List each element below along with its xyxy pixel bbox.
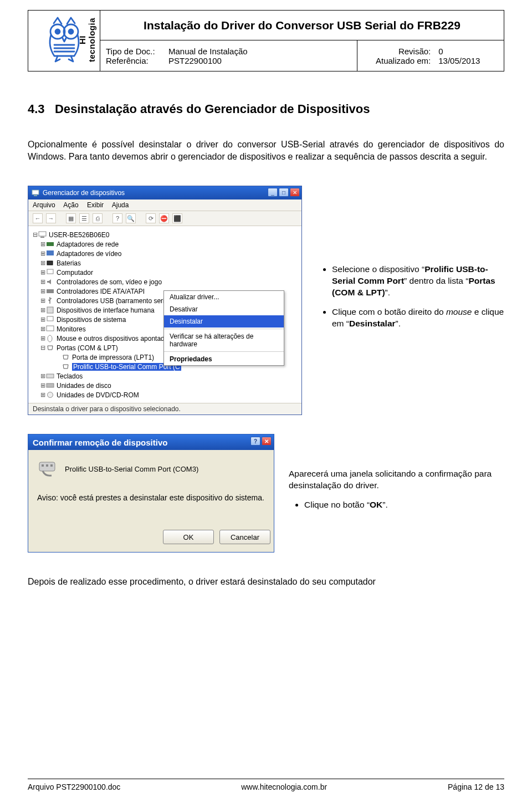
logo-cell: HI tecnologia bbox=[28, 11, 100, 71]
svg-rect-5 bbox=[34, 195, 37, 196]
context-properties[interactable]: Propriedades bbox=[164, 353, 284, 365]
cd-device-row: Prolific USB-to-Serial Comm Port (COM3) bbox=[37, 459, 265, 479]
confirm-dialog: Confirmar remoção de dispositivo ? ✕ Pro… bbox=[28, 434, 274, 553]
optical-icon bbox=[46, 391, 54, 399]
tree-root[interactable]: ⊟USER-BE526B06E0 bbox=[32, 230, 301, 239]
svg-rect-11 bbox=[47, 269, 53, 274]
monitor-icon bbox=[46, 325, 54, 333]
minimize-button[interactable]: _ bbox=[268, 188, 278, 197]
svg-rect-15 bbox=[47, 326, 54, 331]
dm-title-text: Gerenciador de dispositivos bbox=[43, 189, 125, 197]
help-button[interactable]: ? bbox=[250, 437, 260, 446]
svg-rect-23 bbox=[50, 464, 53, 467]
toolbar-fwd-icon[interactable]: → bbox=[46, 213, 56, 223]
section-heading: 4.3 Desinstalação através do Gerenciador… bbox=[28, 102, 504, 116]
svg-rect-4 bbox=[32, 190, 39, 195]
tree-item[interactable]: ⊞Computador bbox=[32, 268, 301, 277]
ide-icon bbox=[46, 287, 54, 295]
keyboard-icon bbox=[46, 372, 54, 380]
system-icon bbox=[46, 315, 54, 324]
port-icon bbox=[62, 353, 70, 361]
context-update-driver[interactable]: Atualizar driver... bbox=[164, 291, 284, 303]
sound-icon bbox=[46, 278, 54, 286]
display-icon bbox=[46, 249, 54, 258]
context-scan-hardware[interactable]: Verificar se há alterações de hardware bbox=[164, 330, 284, 350]
meta-right: Revisão:0 Atualizado em:13/05/2013 bbox=[357, 40, 504, 71]
cancel-button[interactable]: Cancelar bbox=[219, 530, 270, 544]
svg-rect-22 bbox=[46, 464, 48, 467]
svg-point-2 bbox=[55, 29, 60, 34]
ok-button[interactable]: OK bbox=[163, 530, 214, 544]
footer-center: www.hitecnologia.com.br bbox=[241, 782, 327, 791]
cd-device-name: Prolific USB-to-Serial Comm Port (COM3) bbox=[65, 465, 198, 473]
menu-arquivo[interactable]: Arquivo bbox=[33, 201, 55, 209]
svg-rect-12 bbox=[47, 289, 54, 293]
svg-point-19 bbox=[48, 392, 53, 398]
dm-app-icon bbox=[32, 189, 39, 197]
maximize-button[interactable]: □ bbox=[279, 188, 289, 197]
tree-item[interactable]: ⊞Unidades de DVD/CD-ROM bbox=[32, 390, 301, 400]
dm-toolbar: ← → ▦ ☰ ⎙ ? 🔍 ⟳ ⛔ ⬛ bbox=[28, 211, 301, 226]
svg-rect-9 bbox=[47, 250, 54, 255]
svg-rect-21 bbox=[42, 464, 44, 467]
document-header: HI tecnologia Instalação do Driver do Co… bbox=[28, 10, 504, 71]
svg-rect-14 bbox=[47, 316, 53, 321]
close-button[interactable]: ✕ bbox=[290, 188, 300, 197]
toolbar-scan-icon[interactable]: ⟳ bbox=[146, 213, 156, 223]
cd-warning-text: Aviso: você está prestes a desinstalar e… bbox=[37, 492, 265, 503]
svg-rect-10 bbox=[47, 261, 53, 265]
toolbar-disable-icon[interactable]: ⛔ bbox=[159, 213, 169, 223]
tree-item[interactable]: ⊞Adaptadores de vídeo bbox=[32, 249, 301, 258]
fig2-text: Aparecerá uma janela solicitando a confi… bbox=[289, 468, 504, 519]
document-title: Instalação do Driver do Conversor USB Se… bbox=[100, 11, 504, 40]
fig1-bullet-1: Selecione o dispositivo “Prolific USB-to… bbox=[332, 264, 504, 299]
menu-ajuda[interactable]: Ajuda bbox=[112, 201, 129, 209]
dm-status-bar: Desinstala o driver para o dispositivo s… bbox=[28, 403, 301, 415]
toolbar-back-icon[interactable]: ← bbox=[33, 213, 43, 223]
fig1-bullet-2: Clique com o botão direito do mouse e cl… bbox=[332, 306, 504, 330]
disk-icon bbox=[46, 381, 54, 390]
svg-rect-18 bbox=[47, 383, 54, 387]
tree-item[interactable]: ⊞Controladores de som, vídeo e jogo bbox=[32, 277, 301, 287]
toolbar-uninstall-icon[interactable]: ⬛ bbox=[172, 213, 182, 223]
device-port-icon bbox=[37, 459, 57, 479]
footer-left: Arquivo PST22900100.doc bbox=[28, 782, 120, 791]
hid-icon bbox=[46, 306, 54, 314]
pc-icon bbox=[46, 268, 54, 277]
toolbar-print-icon[interactable]: ⎙ bbox=[93, 213, 103, 223]
fig2-lead: Aparecerá uma janela solicitando a confi… bbox=[289, 468, 504, 492]
dm-context-menu[interactable]: Atualizar driver... Desativar Desinstala… bbox=[163, 290, 284, 366]
mouse-icon bbox=[46, 334, 54, 342]
footer-right: Página 12 de 13 bbox=[448, 782, 504, 791]
context-uninstall[interactable]: Desinstalar bbox=[164, 315, 284, 328]
svg-point-3 bbox=[69, 29, 73, 34]
toolbar-help-icon[interactable]: ? bbox=[112, 213, 122, 223]
fig2-bullet: Clique no botão “OK”. bbox=[304, 499, 504, 511]
cd-title-bar[interactable]: Confirmar remoção de dispositivo ? ✕ bbox=[28, 434, 274, 450]
nic-icon bbox=[46, 240, 54, 248]
dm-title-bar[interactable]: Gerenciador de dispositivos _ □ ✕ bbox=[28, 186, 301, 200]
brand-vertical-label: HI tecnologia bbox=[78, 16, 96, 64]
battery-icon bbox=[46, 259, 54, 267]
menu-exibir[interactable]: Exibir bbox=[87, 201, 104, 209]
svg-point-16 bbox=[48, 335, 52, 342]
svg-rect-17 bbox=[47, 374, 54, 378]
dm-menu-bar[interactable]: Arquivo Ação Exibir Ajuda bbox=[28, 200, 301, 211]
tree-item[interactable]: ⊞Teclados bbox=[32, 371, 301, 381]
menu-acao[interactable]: Ação bbox=[63, 201, 78, 209]
context-separator bbox=[164, 351, 284, 352]
port-icon bbox=[62, 362, 70, 371]
context-disable[interactable]: Desativar bbox=[164, 303, 284, 315]
tree-item[interactable]: ⊞Baterias bbox=[32, 258, 301, 268]
toolbar-lens-icon[interactable]: 🔍 bbox=[126, 213, 136, 223]
context-separator bbox=[164, 329, 284, 329]
close-button[interactable]: ✕ bbox=[262, 437, 272, 446]
svg-rect-7 bbox=[40, 237, 44, 238]
tree-item[interactable]: ⊞Adaptadores de rede bbox=[32, 239, 301, 249]
toolbar-view-icon[interactable]: ▦ bbox=[66, 213, 76, 223]
toolbar-props-icon[interactable]: ☰ bbox=[79, 213, 89, 223]
usb-icon bbox=[46, 296, 54, 305]
computer-icon bbox=[38, 231, 47, 239]
svg-rect-13 bbox=[47, 307, 53, 313]
tree-item[interactable]: ⊞Unidades de disco bbox=[32, 381, 301, 390]
